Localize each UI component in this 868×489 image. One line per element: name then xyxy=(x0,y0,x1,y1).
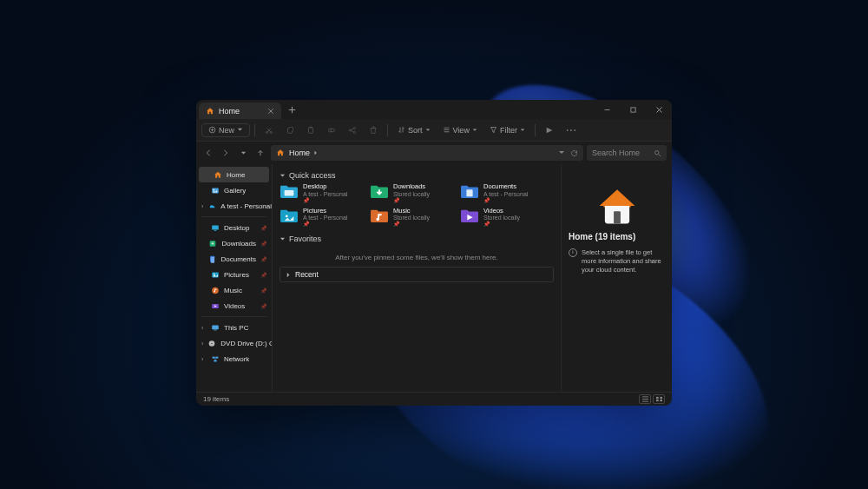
sidebar-item-label: Downloads xyxy=(221,240,256,248)
view-label: View xyxy=(453,126,470,135)
nav-recent-button[interactable] xyxy=(236,146,250,160)
svg-point-13 xyxy=(574,129,575,131)
tab-title: Home xyxy=(219,107,240,116)
new-button[interactable]: New xyxy=(201,123,250,137)
share-button xyxy=(343,123,362,137)
videos-icon xyxy=(211,301,220,310)
sidebar-item-a-test-personal[interactable]: ›A test - Personal xyxy=(196,198,272,214)
filter-button[interactable]: Filter xyxy=(484,123,530,137)
quick-item-music[interactable]: MusicStored locally📌 xyxy=(370,208,453,228)
svg-rect-43 xyxy=(656,397,659,399)
filter-label: Filter xyxy=(500,126,517,135)
dvd-icon xyxy=(207,339,216,347)
view-grid-button[interactable] xyxy=(653,394,665,404)
view-list-button[interactable] xyxy=(639,394,651,404)
sidebar-item-music[interactable]: Music📌 xyxy=(196,282,272,298)
sidebar: HomeGallery›A test - PersonalDesktop📌Dow… xyxy=(196,164,273,392)
svg-rect-34 xyxy=(285,190,294,195)
sidebar-item-label: DVD Drive (D:) CCC xyxy=(220,340,272,347)
sidebar-item-label: Documents xyxy=(221,255,256,263)
sidebar-item-label: Gallery xyxy=(224,187,246,195)
music-icon xyxy=(211,286,220,294)
info-icon: i xyxy=(569,248,577,257)
nav-forward-button[interactable] xyxy=(219,146,233,160)
address-row: Home Search Home xyxy=(196,142,672,164)
svg-rect-45 xyxy=(656,400,659,401)
sidebar-item-dvd-drive-d-ccc[interactable]: ›DVD Drive (D:) CCC xyxy=(196,335,272,351)
svg-rect-46 xyxy=(660,400,662,401)
svg-rect-27 xyxy=(214,330,216,331)
pin-icon: 📌 xyxy=(260,272,266,278)
nav-back-button[interactable] xyxy=(201,146,215,160)
sidebar-item-documents[interactable]: Documents📌 xyxy=(196,251,272,267)
quick-item-videos[interactable]: VideosStored locally📌 xyxy=(460,208,543,228)
sidebar-item-label: Home xyxy=(227,171,245,179)
sidebar-item-network[interactable]: ›Network xyxy=(196,351,272,367)
copy-button xyxy=(280,123,299,137)
minimize-button[interactable] xyxy=(594,100,620,119)
sidebar-item-label: Desktop xyxy=(224,224,249,232)
details-hint-text: Select a single file to get more informa… xyxy=(582,248,665,274)
quick-item-sub: A test - Personal xyxy=(303,191,347,198)
svg-rect-38 xyxy=(280,212,298,222)
nav-up-button[interactable] xyxy=(253,146,267,160)
svg-point-12 xyxy=(570,129,572,131)
quick-item-sub: Stored locally xyxy=(393,191,430,198)
preview-pane-button[interactable] xyxy=(540,123,559,137)
new-tab-button[interactable] xyxy=(281,100,303,119)
sidebar-item-home[interactable]: Home xyxy=(199,167,269,182)
close-window-button[interactable] xyxy=(646,100,672,119)
svg-point-23 xyxy=(214,274,215,275)
section-quick-access[interactable]: Quick access xyxy=(279,169,554,183)
search-input[interactable]: Search Home xyxy=(587,145,667,161)
refresh-icon[interactable] xyxy=(570,149,578,157)
quick-item-name: Music xyxy=(393,208,430,215)
folder-icon xyxy=(279,208,299,223)
more-button[interactable] xyxy=(561,126,582,135)
tab-home[interactable]: Home xyxy=(199,102,281,119)
section-favorites[interactable]: Favorites xyxy=(279,233,554,247)
quick-item-name: Documents xyxy=(483,183,528,191)
quick-item-name: Pictures xyxy=(303,208,347,215)
svg-point-39 xyxy=(286,215,288,217)
sidebar-item-pictures[interactable]: Pictures📌 xyxy=(196,267,272,282)
sidebar-item-label: Videos xyxy=(224,302,245,310)
svg-rect-37 xyxy=(466,189,472,196)
quick-item-desktop[interactable]: DesktopA test - Personal📌 xyxy=(279,183,363,204)
chevron-down-icon[interactable] xyxy=(558,149,565,157)
sidebar-item-downloads[interactable]: Downloads📌 xyxy=(196,235,272,251)
quick-item-downloads[interactable]: DownloadsStored locally📌 xyxy=(370,183,453,204)
sidebar-item-this-pc[interactable]: ›This PC xyxy=(196,320,272,335)
svg-rect-18 xyxy=(214,230,217,231)
toolbar: New Sort View Filter xyxy=(196,119,672,142)
sidebar-item-desktop[interactable]: Desktop📌 xyxy=(196,220,272,235)
home-large-icon xyxy=(595,187,640,225)
section-recent[interactable]: Recent xyxy=(279,267,554,282)
view-button[interactable]: View xyxy=(437,123,483,137)
pin-icon: 📌 xyxy=(260,303,266,309)
sidebar-item-label: This PC xyxy=(224,324,248,332)
svg-rect-7 xyxy=(329,129,335,131)
sidebar-item-gallery[interactable]: Gallery xyxy=(196,182,272,198)
svg-point-29 xyxy=(212,343,214,345)
quick-item-pictures[interactable]: PicturesA test - Personal📌 xyxy=(279,208,363,228)
pin-icon: 📌 xyxy=(260,225,266,231)
maximize-button[interactable] xyxy=(620,100,646,119)
quick-item-sub: A test - Personal xyxy=(483,191,528,198)
desktop-icon xyxy=(211,223,220,232)
breadcrumb-item[interactable]: Home xyxy=(289,149,319,157)
address-bar[interactable]: Home xyxy=(271,145,583,161)
svg-rect-21 xyxy=(210,257,214,263)
sort-label: Sort xyxy=(408,126,423,135)
section-label: Quick access xyxy=(289,171,336,180)
sidebar-item-label: A test - Personal xyxy=(220,202,272,210)
paste-button xyxy=(301,123,320,137)
quick-item-documents[interactable]: DocumentsA test - Personal📌 xyxy=(460,183,543,204)
svg-rect-44 xyxy=(660,397,662,399)
sidebar-item-label: Music xyxy=(224,287,242,294)
close-tab-icon[interactable] xyxy=(267,108,274,115)
details-hint: i Select a single file to get more infor… xyxy=(569,248,665,274)
sort-button[interactable]: Sort xyxy=(392,123,436,137)
sidebar-item-videos[interactable]: Videos📌 xyxy=(196,298,272,314)
sidebar-item-label: Pictures xyxy=(224,271,249,279)
